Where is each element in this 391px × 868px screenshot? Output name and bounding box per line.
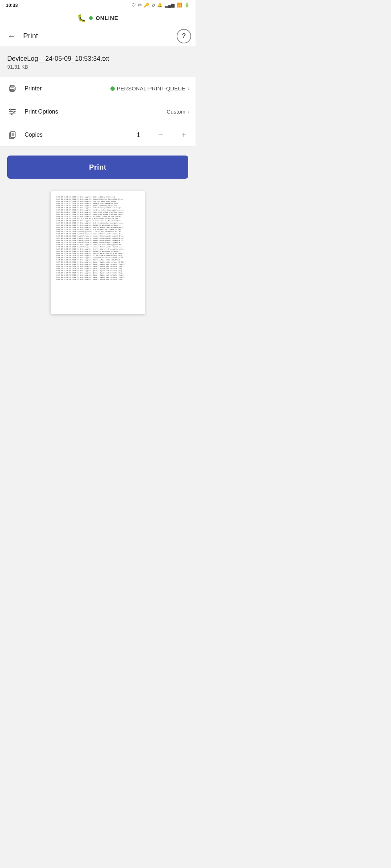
shield-icon: 🛡 [131,3,136,8]
status-icons: 🛡 ✉ 🔑 ⊘ 🔔 ▂▄▆ 📶 🔋 [131,3,190,8]
file-info-section: DeviceLog__24-05-09_10:53:34.txt 91.31 K… [0,46,196,77]
copies-row: Copies 1 − + [0,123,196,147]
printer-chevron-icon: › [188,85,190,92]
copies-minus-button[interactable]: − [149,123,172,146]
printer-value: PERSONAL-PRINT-QUEUE › [110,85,190,92]
preview-page: 05-09 10:53:34.668 3523 S k.brs.snapprin… [51,191,145,314]
page-title: Print [23,32,172,40]
preview-section: 05-09 10:53:34.668 3523 S k.brs.snapprin… [0,187,196,321]
printer-name: PERSONAL-PRINT-QUEUE [117,85,185,92]
online-indicator [89,16,93,20]
dnd-icon: ⊘ [151,3,155,8]
svg-point-9 [11,113,12,115]
back-button[interactable]: ← [4,29,19,43]
copies-label: Copies [25,132,136,138]
mail-icon: ✉ [138,3,142,8]
status-time: 10:33 [6,3,18,8]
wifi-icon: 📶 [177,3,182,8]
status-bar: 10:33 🛡 ✉ 🔑 ⊘ 🔔 ▂▄▆ 📶 🔋 [0,0,196,10]
help-button[interactable]: ? [177,29,191,43]
copies-plus-button[interactable]: + [172,123,196,146]
file-size: 91.31 KB [7,64,188,70]
printer-icon [6,84,19,93]
back-arrow-icon: ← [8,31,16,41]
printer-online-dot [110,86,115,91]
printer-label: Printer [25,85,110,92]
file-name: DeviceLog__24-05-09_10:53:34.txt [7,55,188,63]
preview-line: 05-09 10:53:34.706 3523 3 k.brs.snapprin… [56,278,140,281]
print-options-label: Print Options [25,109,167,115]
print-options-icon [6,107,19,116]
print-options-row[interactable]: Print Options Custom › [0,100,196,123]
signal-icon: ▂▄▆ [165,3,175,8]
svg-point-3 [14,88,14,89]
battery-icon: 🔋 [184,3,190,8]
online-label: ONLINE [96,15,118,21]
copies-value: 1 [136,131,140,139]
print-options-chevron-icon: › [188,108,190,115]
print-button[interactable]: Print [7,156,188,179]
bug-icon: 🐛 [77,14,86,22]
app-header: ← Print ? [0,26,196,46]
notifications-off-icon: 🔔 [157,3,163,8]
copies-info: Copies 1 [0,123,149,146]
vpn-icon: 🔑 [144,3,149,8]
print-options-value: Custom › [167,108,190,115]
top-banner: 🐛 ONLINE [0,10,196,26]
minus-icon: − [158,130,163,140]
print-button-wrapper: Print [0,147,196,187]
print-options-current: Custom [167,109,185,115]
svg-rect-2 [10,85,14,87]
copies-controls: − + [149,123,196,146]
printer-row[interactable]: Printer PERSONAL-PRINT-QUEUE › [0,77,196,100]
svg-point-7 [10,109,12,110]
help-icon: ? [182,32,186,40]
plus-icon: + [181,130,186,140]
svg-point-8 [13,111,14,112]
copies-icon [6,131,19,139]
